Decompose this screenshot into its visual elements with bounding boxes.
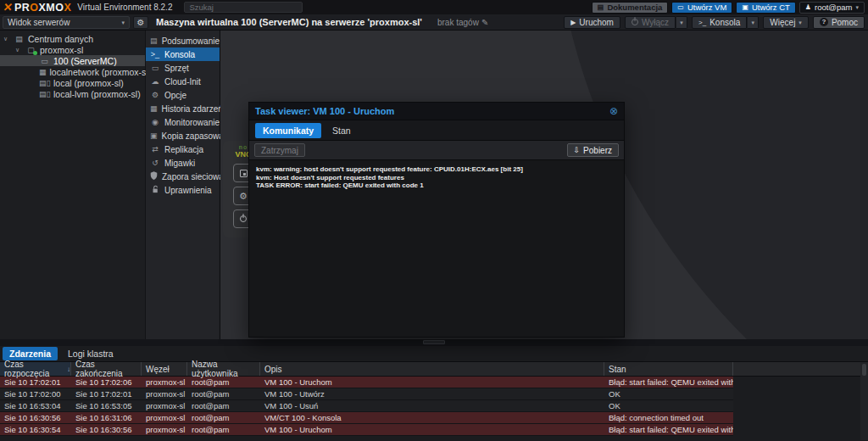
chevron-down-icon: ▾ <box>855 4 859 10</box>
unlock-icon <box>150 185 160 195</box>
eye-icon: ◉ <box>150 119 160 126</box>
menu-item-podsumowanie[interactable]: ▤Podsumowanie <box>146 34 220 47</box>
task-panel: Zdarzenia Logi klastra Czas rozpoczęcia … <box>0 346 868 441</box>
menu-item-zapora-sieciowa[interactable]: Zapora sieciowa ▶ <box>146 170 220 183</box>
help-button[interactable]: ? Pomoc <box>813 16 865 29</box>
tree-item-storage-local[interactable]: ▤▯ local (proxmox-sl) <box>0 77 145 88</box>
storage-icon: ▤▯ <box>39 90 50 98</box>
node-icon: ▢ <box>25 46 36 54</box>
chevron-down-icon: ▾ <box>680 20 683 25</box>
table-row[interactable]: Sie 10 16:30:54 Sie 10 16:30:56 proxmox-… <box>0 424 733 436</box>
cloud-icon: ☁ <box>150 78 160 86</box>
shutdown-button[interactable]: Wyłącz <box>625 16 676 29</box>
table-row[interactable]: Sie 10 16:53:04 Sie 10 16:53:05 proxmox-… <box>0 400 733 412</box>
documentation-button[interactable]: ▤ Dokumentacja <box>592 2 669 14</box>
column-header-filler <box>733 362 868 376</box>
menu-item-migawki[interactable]: ↺Migawki <box>146 156 220 170</box>
gear-icon: ⚙ <box>150 92 160 99</box>
snapshot-icon: ↺ <box>150 159 160 167</box>
tree-item-node-proxmox-sl[interactable]: ∨ ▢ proxmox-sl <box>0 44 145 55</box>
menu-item-sprzet[interactable]: ▭Sprzęt <box>146 61 220 75</box>
tab-logi-klastra[interactable]: Logi klastra <box>61 347 120 360</box>
create-vm-button[interactable]: ▭ Utwórz VM <box>671 2 732 14</box>
caret-expanded-icon: ∨ <box>15 47 22 53</box>
download-button[interactable]: ⇩ Pobierz <box>567 143 619 157</box>
gear-icon: ⚙ <box>239 191 248 202</box>
table-row[interactable]: Sie 10 17:02:00 Sie 10 17:02:01 proxmox-… <box>0 388 733 400</box>
proxmox-logo: ✕ PROXMOX Virtual Environment 8.2.2 <box>3 1 172 14</box>
shutdown-dropdown-button[interactable]: ▾ <box>676 16 687 29</box>
column-header-end-time[interactable]: Czas zakończenia <box>71 362 142 376</box>
tree-item-localnetwork[interactable]: ▦ localnetwork (proxmox-sl) <box>0 66 145 77</box>
console-button[interactable]: >_ Konsola <box>692 16 747 29</box>
table-row[interactable]: Sie 10 17:02:01 Sie 10 17:02:06 proxmox-… <box>0 377 733 388</box>
hardware-icon: ▭ <box>150 64 160 72</box>
column-header-user[interactable]: Nazwa użytkownika <box>187 362 260 376</box>
summary-icon: ▤ <box>150 37 158 45</box>
task-log-output[interactable]: kvm: warning: host doesn't support reque… <box>249 160 624 337</box>
play-icon: ▶ <box>570 19 576 26</box>
more-button[interactable]: Więcej ▾ <box>763 16 809 29</box>
create-ct-button[interactable]: ▣ Utwórz CT <box>736 2 795 14</box>
top-header-bar: ✕ PROXMOX Virtual Environment 8.2.2 ▤ Do… <box>0 0 868 14</box>
container-icon: ▣ <box>742 4 748 11</box>
chevron-down-icon: ▾ <box>121 20 125 25</box>
menu-item-monitorowanie[interactable]: ◉Monitorowanie <box>146 115 220 129</box>
brand-text: PROXMOX <box>14 2 71 14</box>
datacenter-icon: ▤ <box>14 35 25 43</box>
tree-item-datacenter[interactable]: ∨ ▤ Centrum danych <box>0 33 145 44</box>
column-header-start-time[interactable]: Czas rozpoczęcia ↓ <box>0 362 71 376</box>
book-icon: ▤ <box>598 4 604 11</box>
chevron-down-icon: ▾ <box>798 20 802 25</box>
log-line: kvm: Host doesn't support requested feat… <box>256 174 617 182</box>
tab-komunikaty[interactable]: Komunikaty <box>255 123 321 138</box>
close-icon[interactable]: ⊗ <box>609 106 618 116</box>
network-icon: ▦ <box>39 68 47 76</box>
online-status-dot <box>33 51 37 55</box>
log-line: TASK ERROR: start failed: QEMU exited wi… <box>256 181 617 190</box>
shield-icon <box>150 171 158 181</box>
proxmox-x-logo-icon: ✕ <box>3 1 14 14</box>
tree-settings-button[interactable]: ⚙ <box>133 16 148 29</box>
table-row[interactable]: Sie 10 16:30:56 Sie 10 16:31:06 proxmox-… <box>0 412 733 424</box>
task-table-header: Czas rozpoczęcia ↓ Czas zakończenia Węze… <box>0 361 868 377</box>
tree-item-vm-100[interactable]: ▭ 100 (ServerMC) <box>0 55 145 66</box>
fullscreen-icon <box>240 170 248 177</box>
view-mode-select[interactable]: Widok serwerów ▾ <box>3 16 130 29</box>
column-header-node[interactable]: Węzeł <box>142 362 187 376</box>
menu-item-konsola[interactable]: >_Konsola <box>146 47 220 61</box>
search-input[interactable] <box>184 2 303 13</box>
stop-task-button[interactable]: Zatrzymaj <box>254 143 305 157</box>
page-title: Maszyna wirtualna 100 (ServerMC) na serw… <box>156 17 422 27</box>
pencil-icon: ✎ <box>481 18 488 27</box>
user-icon: ♟ <box>805 4 811 11</box>
caret-expanded-icon: ∨ <box>3 36 10 42</box>
user-menu-button[interactable]: ♟ root@pam ▾ <box>799 2 865 14</box>
column-header-status[interactable]: Stan <box>604 362 733 376</box>
column-header-description[interactable]: Opis <box>260 362 604 376</box>
proxmox-app: { "topbar": { "logo": { "mark": "✕", "p1… <box>0 0 868 441</box>
menu-item-opcje[interactable]: ⚙Opcje <box>146 88 220 102</box>
chevron-down-icon: ▾ <box>752 20 755 25</box>
scrollbar-thumb[interactable] <box>862 364 866 376</box>
vertical-scrollbar[interactable] <box>860 362 868 440</box>
backup-icon: ▣ <box>150 132 158 140</box>
tab-stan[interactable]: Stan <box>325 123 359 138</box>
download-icon: ⇩ <box>574 147 581 154</box>
sort-descending-icon: ↓ <box>67 366 70 373</box>
menu-item-uprawnienia[interactable]: Uprawnienia <box>146 183 220 197</box>
menu-item-cloud-init[interactable]: ☁Cloud-Init <box>146 75 220 88</box>
menu-item-replikacja[interactable]: ⇄Replikacja <box>146 142 220 156</box>
menu-item-historia-zdarzen[interactable]: ▦Historia zdarzeń <box>146 102 220 115</box>
dialog-titlebar[interactable]: Task viewer: VM 100 - Uruchom ⊗ <box>249 103 624 120</box>
task-history-icon: ▦ <box>150 105 158 113</box>
tab-zdarzenia[interactable]: Zdarzenia <box>3 347 58 360</box>
power-icon <box>632 19 638 25</box>
tree-item-storage-local-lvm[interactable]: ▤▯ local-lvm (proxmox-sl) <box>0 88 145 99</box>
tags-edit[interactable]: brak tagów ✎ <box>437 18 488 27</box>
panel-resize-handle[interactable] <box>423 340 445 344</box>
power-icon <box>240 215 247 222</box>
start-button[interactable]: ▶ Uruchom <box>564 16 620 29</box>
menu-item-kopia-zapasowa[interactable]: ▣Kopia zapasowa <box>146 129 220 142</box>
console-dropdown-button[interactable]: ▾ <box>747 16 759 29</box>
